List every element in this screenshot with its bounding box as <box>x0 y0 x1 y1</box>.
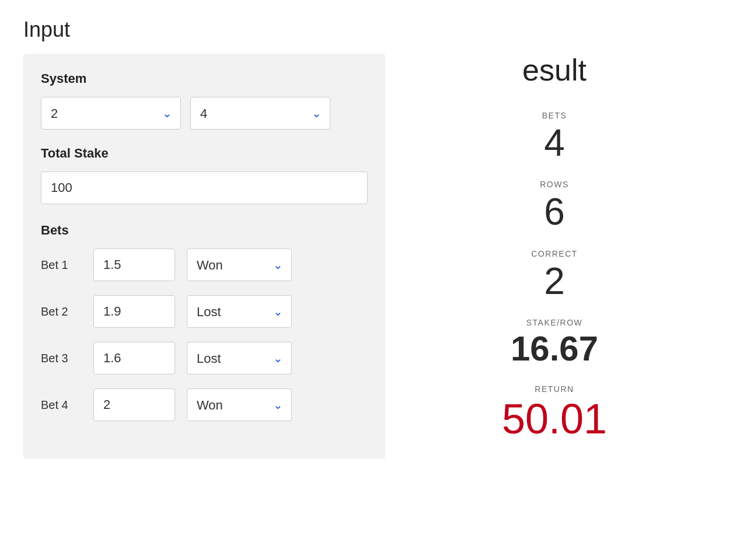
bet-3-result-wrapper[interactable]: Won Lost Void ⌄ <box>187 342 292 374</box>
bets-stat: BETS 4 <box>542 111 567 163</box>
left-panel: Input System 2 3 4 5 ⌄ 4 3 2 5 <box>23 18 385 542</box>
rows-stat-label: ROWS <box>540 180 569 189</box>
correct-stat: CORRECT 2 <box>531 249 578 302</box>
bets-label: Bets <box>41 223 368 238</box>
bet-4-odds[interactable] <box>93 388 175 421</box>
bet-4-result-select[interactable]: Won Lost Void <box>197 398 282 412</box>
system-select-1[interactable]: 2 3 4 5 <box>51 106 171 121</box>
bet-2-result-select[interactable]: Won Lost Void <box>197 304 282 319</box>
system-row: 2 3 4 5 ⌄ 4 3 2 5 ⌄ <box>41 97 368 130</box>
bet-1-odds[interactable] <box>93 249 175 281</box>
bet-row-1: Bet 1 Won Lost Void ⌄ <box>41 249 368 281</box>
system-label: System <box>41 71 368 86</box>
stake-row-stat: STAKE/ROW 16.67 <box>511 318 598 368</box>
bet-1-label: Bet 1 <box>41 258 82 272</box>
page-title: Input <box>23 18 385 42</box>
correct-stat-value: 2 <box>531 261 578 302</box>
bet-2-result-wrapper[interactable]: Won Lost Void ⌄ <box>187 295 292 328</box>
bet-row-2: Bet 2 Won Lost Void ⌄ <box>41 295 368 328</box>
bet-4-label: Bet 4 <box>41 398 82 412</box>
return-stat: RETURN 50.01 <box>502 384 607 442</box>
bets-section: Bets Bet 1 Won Lost Void ⌄ Bet 2 <box>41 223 368 421</box>
bet-2-odds[interactable] <box>93 295 175 328</box>
bet-row-4: Bet 4 Won Lost Void ⌄ <box>41 388 368 421</box>
bets-stat-label: BETS <box>542 111 567 120</box>
bet-1-result-select[interactable]: Won Lost Void <box>197 258 282 272</box>
result-title: esult <box>522 52 587 88</box>
bets-stat-value: 4 <box>542 123 567 163</box>
total-stake-label: Total Stake <box>41 146 368 161</box>
bet-4-result-wrapper[interactable]: Won Lost Void ⌄ <box>187 388 292 421</box>
correct-stat-label: CORRECT <box>531 249 578 258</box>
right-panel: esult BETS 4 ROWS 6 CORRECT 2 STAKE/ROW … <box>385 18 724 542</box>
stake-row-stat-value: 16.67 <box>511 330 598 368</box>
total-stake-input[interactable] <box>41 172 368 204</box>
stake-row-stat-label: STAKE/ROW <box>511 318 598 327</box>
bet-row-3: Bet 3 Won Lost Void ⌄ <box>41 342 368 374</box>
bet-3-result-select[interactable]: Won Lost Void <box>197 351 282 366</box>
return-stat-value: 50.01 <box>502 396 607 442</box>
bet-3-label: Bet 3 <box>41 352 82 365</box>
bet-3-odds[interactable] <box>93 342 175 374</box>
bet-1-result-wrapper[interactable]: Won Lost Void ⌄ <box>187 249 292 281</box>
return-stat-label: RETURN <box>502 384 607 394</box>
system-select-2-wrapper[interactable]: 4 3 2 5 ⌄ <box>190 97 330 130</box>
system-select-1-wrapper[interactable]: 2 3 4 5 ⌄ <box>41 97 181 130</box>
system-select-2[interactable]: 4 3 2 5 <box>200 106 320 121</box>
input-card: System 2 3 4 5 ⌄ 4 3 2 5 ⌄ <box>23 54 385 459</box>
bet-2-label: Bet 2 <box>41 305 82 318</box>
rows-stat: ROWS 6 <box>540 180 569 232</box>
rows-stat-value: 6 <box>540 191 569 232</box>
